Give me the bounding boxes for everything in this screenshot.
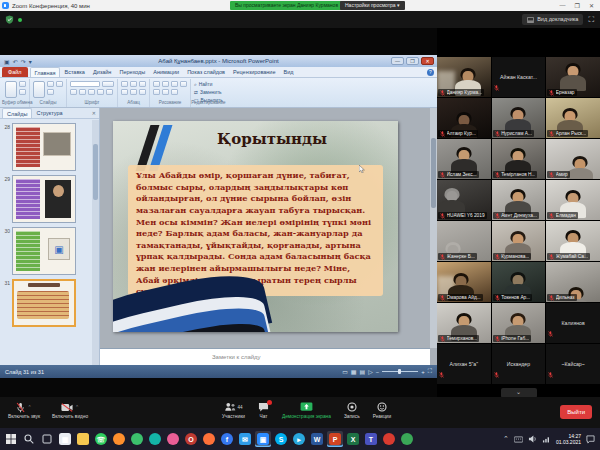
action-center-icon[interactable] bbox=[586, 435, 595, 444]
layout-button[interactable] bbox=[47, 81, 54, 87]
fit-slide-icon[interactable]: ⛶ bbox=[428, 368, 432, 375]
taskbar-app-icon-7[interactable]: O bbox=[183, 431, 199, 447]
encryption-shield-icon[interactable] bbox=[5, 15, 14, 24]
taskbar-app-icon-18[interactable] bbox=[381, 431, 397, 447]
section-button[interactable] bbox=[47, 89, 54, 95]
find-button[interactable]: ⌕Найти bbox=[194, 81, 223, 87]
speaker-icon[interactable] bbox=[528, 435, 537, 443]
underline-button[interactable] bbox=[88, 89, 95, 95]
reactions-button[interactable]: Реакции bbox=[373, 401, 392, 419]
participant-tile[interactable]: Калиянов bbox=[546, 303, 600, 343]
taskbar-app-icon-4[interactable] bbox=[129, 431, 145, 447]
taskbar-app-icon-12[interactable]: S bbox=[273, 431, 289, 447]
arrange-button[interactable] bbox=[153, 89, 160, 95]
taskbar-app-icon-9[interactable]: f bbox=[219, 431, 235, 447]
ribbon-tab-2[interactable]: Вставка bbox=[60, 67, 88, 77]
taskbar-app-icon-19[interactable] bbox=[399, 431, 415, 447]
search-icon[interactable] bbox=[21, 431, 37, 447]
participant-tile[interactable]: HUAWEI Y6 2019 bbox=[437, 180, 491, 220]
participant-tile[interactable]: Данияр Курма... bbox=[437, 57, 491, 97]
leave-button[interactable]: Выйти bbox=[560, 405, 592, 419]
quick-access-toolbar[interactable]: ▣↶↷▾ bbox=[0, 58, 36, 65]
slideshow-icon[interactable]: ▷ bbox=[368, 368, 373, 375]
tray-expand-icon[interactable]: ⌃ bbox=[503, 435, 509, 443]
participant-tile[interactable]: Жанерке Б... bbox=[437, 221, 491, 261]
shadow-button[interactable] bbox=[97, 89, 104, 95]
taskbar-app-icon-15[interactable]: P bbox=[327, 431, 343, 447]
close-icon[interactable]: ✕ bbox=[589, 2, 594, 9]
replace-button[interactable]: ⇄Заменить bbox=[194, 89, 223, 95]
participant-tile[interactable]: Алихан 5"а" bbox=[437, 344, 491, 384]
maximize-icon[interactable]: ❐ bbox=[575, 2, 580, 9]
reading-view-icon[interactable]: ▤ bbox=[359, 368, 365, 375]
editor-scrollbar[interactable] bbox=[430, 108, 437, 348]
ribbon-tab-1[interactable]: Главная bbox=[30, 67, 61, 77]
record-button[interactable]: Запись bbox=[344, 401, 360, 419]
taskbar-app-icon-11[interactable]: ▣ bbox=[255, 431, 271, 447]
network-icon[interactable] bbox=[542, 435, 551, 443]
panel-close-icon[interactable]: ✕ bbox=[92, 108, 99, 118]
participant-tile[interactable]: Омарова Айд... bbox=[437, 262, 491, 302]
taskbar-app-icon-13[interactable]: ▸ bbox=[291, 431, 307, 447]
italic-button[interactable] bbox=[79, 89, 86, 95]
participant-tile[interactable]: Нурислам А... bbox=[492, 98, 546, 138]
participant-tile[interactable]: Ерназар bbox=[546, 57, 600, 97]
participant-tile[interactable]: iPhone Габ... bbox=[492, 303, 546, 343]
participant-tile[interactable]: Айжан Каскат... bbox=[492, 57, 546, 97]
quick-styles-button[interactable] bbox=[162, 89, 169, 95]
participant-tile[interactable]: Искандер bbox=[492, 344, 546, 384]
cut-button[interactable] bbox=[19, 81, 26, 87]
participant-tile[interactable]: Амир bbox=[546, 139, 600, 179]
taskbar-app-icon-3[interactable] bbox=[111, 431, 127, 447]
align-center-button[interactable] bbox=[130, 89, 137, 95]
speaker-view-button[interactable]: Вид докладчика bbox=[522, 14, 583, 25]
slide-body-textbox[interactable]: Ұлы Абайды өмір, қоршаған дүние, табиғат… bbox=[128, 165, 383, 296]
video-options-caret[interactable]: ⌃ bbox=[75, 404, 79, 410]
slide-thumbnail[interactable]: 31 bbox=[2, 279, 91, 327]
participants-button[interactable]: 44 Участники bbox=[222, 401, 245, 419]
participant-tile[interactable]: Ислам Зекс... bbox=[437, 139, 491, 179]
minimize-icon[interactable]: — bbox=[560, 2, 566, 9]
participant-tile[interactable]: Токенов Ар... bbox=[492, 262, 546, 302]
shape-rect-button[interactable] bbox=[153, 81, 160, 87]
shape-arrow-button[interactable] bbox=[171, 81, 178, 87]
start-button[interactable] bbox=[3, 431, 19, 447]
taskbar-app-icon-6[interactable] bbox=[165, 431, 181, 447]
unmute-button[interactable]: ⌃ Включить звук bbox=[8, 401, 40, 419]
ribbon-tab-7[interactable]: Рецензирование bbox=[229, 67, 279, 77]
align-left-button[interactable] bbox=[121, 89, 128, 95]
chat-button[interactable]: Чат bbox=[258, 401, 269, 419]
share-button[interactable]: Демонстрация экрана bbox=[282, 401, 331, 419]
participant-tile[interactable]: Дильназ bbox=[546, 262, 600, 302]
sorter-view-icon[interactable]: ▦ bbox=[351, 368, 357, 375]
align-right-button[interactable] bbox=[139, 89, 146, 95]
slide-thumbnail[interactable]: 30 ▣ bbox=[2, 227, 91, 275]
indent-button[interactable] bbox=[139, 81, 146, 87]
redo-icon[interactable]: ↷ bbox=[21, 58, 26, 65]
ppt-close-button[interactable]: ✕ bbox=[421, 57, 434, 65]
shape-ellipse-button[interactable] bbox=[162, 81, 169, 87]
touch-keyboard-icon[interactable] bbox=[514, 436, 523, 443]
panel-tab-1[interactable]: Структура bbox=[32, 108, 66, 118]
panel-scrollbar[interactable] bbox=[92, 120, 99, 365]
fullscreen-icon[interactable]: ⛶ bbox=[588, 15, 594, 25]
new-slide-button[interactable] bbox=[33, 81, 45, 98]
zoom-in-icon[interactable]: + bbox=[421, 369, 425, 375]
taskbar-clock[interactable]: 14:27 01.03.2021 bbox=[556, 433, 581, 445]
ribbon-tab-5[interactable]: Анимации bbox=[149, 67, 183, 77]
taskbar-app-icon-0[interactable]: ▦ bbox=[57, 431, 73, 447]
participant-tile[interactable]: Елмадан bbox=[546, 180, 600, 220]
font-color-button[interactable] bbox=[106, 89, 113, 95]
bold-button[interactable] bbox=[70, 89, 77, 95]
numbering-button[interactable] bbox=[130, 81, 137, 87]
ribbon-tab-0[interactable]: Файл bbox=[2, 67, 28, 77]
panel-tab-0[interactable]: Слайды bbox=[2, 108, 32, 118]
participant-tile[interactable]: Арлан Рыск... bbox=[546, 98, 600, 138]
qat-dropdown-icon[interactable]: ▾ bbox=[29, 58, 32, 65]
font-name-select[interactable] bbox=[70, 81, 100, 87]
reset-button[interactable] bbox=[56, 81, 63, 87]
view-settings-button[interactable]: Настройки просмотра ▾ bbox=[340, 1, 405, 10]
notes-pane[interactable]: Заметки к слайду bbox=[100, 348, 430, 365]
taskbar-app-icon-14[interactable]: W bbox=[309, 431, 325, 447]
zoom-slider[interactable] bbox=[382, 371, 418, 372]
